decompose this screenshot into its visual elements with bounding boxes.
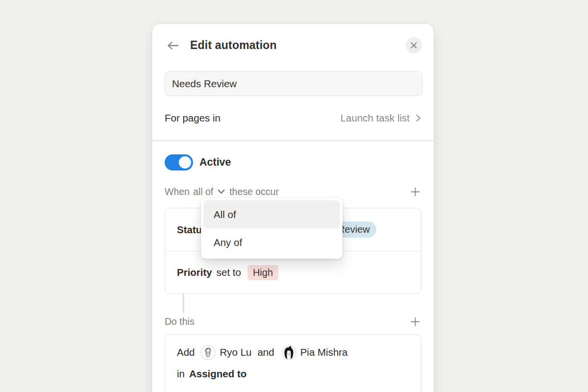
action-preposition: in	[177, 368, 185, 380]
do-this-label: Do this	[165, 316, 195, 327]
chevron-down-icon	[217, 188, 226, 195]
scope-label: For pages in	[165, 112, 220, 124]
automation-name-input[interactable]	[165, 71, 422, 96]
condition-verb: set to	[217, 267, 241, 278]
pia-mishra-avatar	[281, 345, 296, 360]
plus-icon	[409, 186, 421, 198]
action-verb: Add	[177, 346, 195, 358]
operator-selector[interactable]: all of	[193, 186, 226, 197]
conditions-card: Status set to Needs Review Priority set …	[165, 208, 421, 294]
plus-icon	[409, 316, 421, 328]
operator-value: all of	[193, 186, 213, 197]
page-title: Edit automation	[190, 39, 277, 52]
action-section-row: Do this	[165, 313, 421, 330]
person-name: Pia Mishra	[300, 346, 348, 358]
add-trigger-button[interactable]	[409, 186, 421, 198]
arrow-left-icon	[166, 40, 180, 51]
condition-property: Priority	[177, 267, 212, 278]
action-line-1: Add	[177, 342, 409, 363]
toggle-knob	[179, 156, 191, 169]
action-line-2: in Assigned to	[177, 363, 409, 385]
add-action-button[interactable]	[409, 316, 421, 328]
scope-value-text: Launch task list	[341, 112, 410, 124]
trigger-prefix: When	[165, 186, 190, 197]
scope-row[interactable]: For pages in Launch task list	[165, 96, 421, 140]
action-card[interactable]: Add	[165, 334, 421, 392]
back-button[interactable]	[166, 40, 180, 51]
close-button[interactable]	[406, 37, 422, 53]
edit-automation-dialog: Edit automation For pages in Launch task…	[152, 24, 434, 392]
priority-value-badge: High	[247, 265, 278, 280]
active-toggle[interactable]	[165, 154, 193, 171]
action-target-property: Assigned to	[189, 368, 246, 380]
menu-item-all-of[interactable]: All of	[203, 200, 340, 228]
section-divider	[152, 140, 434, 141]
flow-connector-line	[183, 294, 184, 313]
person-name: Ryo Lu	[220, 346, 251, 358]
chevron-right-icon	[415, 113, 421, 123]
ryo-lu-avatar	[200, 345, 216, 360]
close-icon	[410, 41, 418, 49]
menu-item-any-of[interactable]: Any of	[203, 228, 340, 256]
dialog-header: Edit automation	[152, 24, 434, 53]
operator-dropdown-menu: All of Any of	[201, 198, 343, 259]
active-label: Active	[199, 156, 231, 169]
action-conjunction: and	[257, 346, 274, 358]
scope-value: Launch task list	[341, 112, 421, 124]
trigger-suffix: these occur	[229, 186, 279, 197]
active-row: Active	[165, 154, 421, 171]
